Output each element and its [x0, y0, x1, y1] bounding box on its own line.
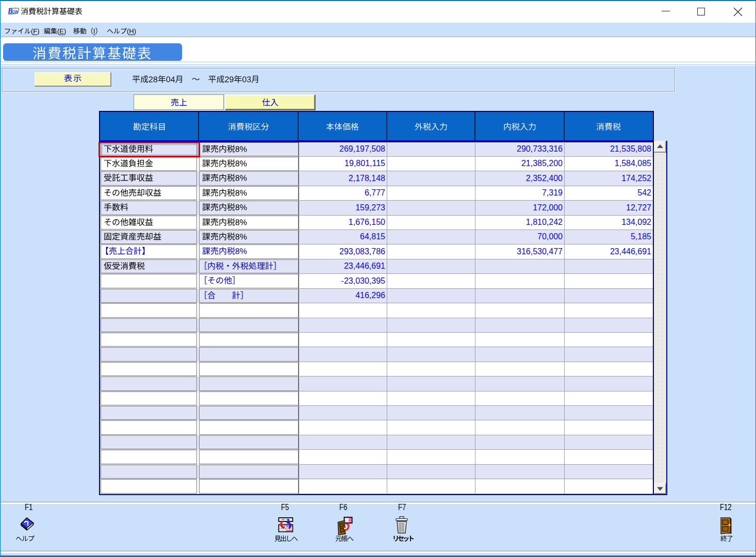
- svg-text:CW: CW: [11, 9, 19, 14]
